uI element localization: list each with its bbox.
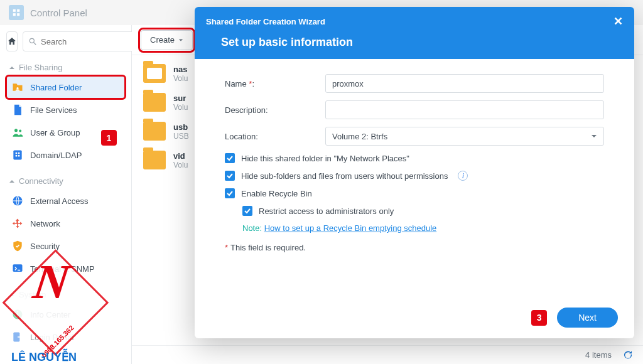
- svg-point-4: [30, 38, 34, 43]
- svg-point-8: [19, 130, 21, 132]
- wizard-name: Shared Folder Creation Wizard: [206, 17, 325, 26]
- file-services-icon: [11, 104, 24, 116]
- checkbox-checked-icon: [225, 171, 235, 181]
- sidebar-item-external-access[interactable]: External Access: [6, 190, 125, 212]
- name-label: Name *:: [225, 79, 325, 88]
- terminal-icon: [11, 262, 24, 275]
- description-label: Description:: [225, 105, 325, 115]
- login-portal-icon: [11, 331, 24, 343]
- svg-rect-12: [16, 155, 18, 157]
- chevron-up-icon: [9, 292, 15, 298]
- description-input[interactable]: [325, 100, 604, 119]
- checkbox-checked-icon: [225, 153, 235, 163]
- shared-folder-wizard-dialog: Shared Folder Creation Wizard ✕ Set up b…: [195, 7, 634, 338]
- svg-rect-15: [13, 264, 23, 272]
- sidebar-item-security[interactable]: Security: [6, 235, 125, 257]
- sidebar-item-label: Shared Folder: [30, 83, 82, 92]
- sidebar-group-connectivity[interactable]: Connectivity: [6, 171, 125, 190]
- checkbox-checked-icon: [242, 206, 252, 216]
- sidebar-group-system[interactable]: System: [6, 285, 125, 303]
- external-access-icon: [11, 195, 24, 207]
- annotation-callout-3: 3: [531, 310, 547, 326]
- folder-icon: [143, 64, 166, 83]
- close-dialog-icon[interactable]: ✕: [613, 14, 623, 28]
- shared-folder-icon: [11, 81, 24, 94]
- search-icon: [28, 37, 37, 46]
- recycle-bin-note: Note: How to set up a Recycle Bin emptyi…: [242, 223, 604, 233]
- svg-rect-13: [18, 155, 20, 157]
- chevron-down-icon: [591, 133, 597, 139]
- sidebar-item-login-portal[interactable]: Login Portal: [6, 326, 125, 348]
- domain-ldap-icon: [11, 149, 24, 161]
- svg-rect-10: [16, 153, 18, 154]
- folder-icon: [143, 151, 166, 169]
- svg-rect-2: [13, 13, 16, 16]
- chevron-down-icon: [178, 38, 183, 43]
- refresh-icon[interactable]: [623, 350, 633, 360]
- sidebar: File Sharing Shared Folder File Services…: [0, 25, 132, 364]
- svg-rect-3: [17, 13, 19, 16]
- home-button[interactable]: [6, 31, 18, 51]
- svg-point-7: [14, 129, 18, 132]
- svg-line-5: [34, 43, 36, 45]
- info-center-icon: [11, 308, 24, 321]
- checkbox-enable-recycle-bin[interactable]: Enable Recycle Bin: [225, 188, 604, 198]
- sidebar-item-label: Login Portal: [30, 333, 73, 342]
- sidebar-item-terminal-snmp[interactable]: Terminal & SNMP: [6, 257, 125, 280]
- sidebar-group-file-sharing[interactable]: File Sharing: [6, 58, 125, 76]
- svg-point-18: [17, 311, 18, 313]
- sidebar-item-label: Info Center: [30, 310, 70, 319]
- status-bar: 4 items: [132, 345, 643, 364]
- folder-icon: [143, 122, 166, 141]
- svg-rect-1: [17, 9, 19, 12]
- recycle-bin-schedule-link[interactable]: How to set up a Recycle Bin emptying sch…: [264, 223, 437, 233]
- svg-rect-9: [13, 151, 21, 160]
- sidebar-item-shared-folder[interactable]: Shared Folder: [6, 76, 125, 99]
- security-icon: [11, 240, 24, 252]
- sidebar-item-label: Domain/LDAP: [30, 151, 82, 160]
- location-select[interactable]: Volume 2: Btrfs: [325, 127, 604, 146]
- user-group-icon: [11, 126, 24, 139]
- name-input[interactable]: [325, 74, 604, 93]
- sidebar-item-network[interactable]: Network: [6, 212, 125, 235]
- sidebar-item-label: Terminal & SNMP: [30, 264, 95, 274]
- sidebar-item-info-center[interactable]: Info Center: [6, 303, 125, 326]
- create-button[interactable]: Create: [141, 30, 193, 50]
- sidebar-item-file-services[interactable]: File Services: [6, 99, 125, 121]
- svg-rect-17: [17, 313, 18, 317]
- wizard-step-title: Set up basic information: [206, 36, 623, 49]
- sidebar-item-label: User & Group: [30, 128, 80, 137]
- sidebar-item-label: External Access: [30, 196, 89, 206]
- checkbox-hide-network-places[interactable]: Hide this shared folder in "My Network P…: [225, 153, 604, 163]
- network-icon: [11, 217, 24, 230]
- annotation-callout-1: 1: [101, 130, 117, 146]
- chevron-up-icon: [9, 178, 15, 185]
- required-field-message: *This field is required.: [225, 243, 604, 252]
- sidebar-item-label: Network: [30, 219, 60, 228]
- next-button[interactable]: Next: [557, 308, 618, 328]
- svg-rect-0: [13, 9, 16, 12]
- window-title: Control Panel: [30, 8, 87, 18]
- sidebar-item-label: File Services: [30, 105, 77, 115]
- folder-icon: [143, 93, 166, 112]
- sidebar-item-domain-ldap[interactable]: Domain/LDAP: [6, 144, 125, 166]
- svg-point-6: [16, 87, 18, 89]
- item-count: 4 items: [585, 350, 612, 360]
- info-icon[interactable]: i: [458, 171, 468, 181]
- checkbox-restrict-admin[interactable]: Restrict access to administrators only: [242, 206, 604, 216]
- checkbox-checked-icon: [225, 188, 235, 198]
- checkbox-hide-subfolders[interactable]: Hide sub-folders and files from users wi…: [225, 171, 604, 181]
- location-label: Location:: [225, 132, 325, 141]
- control-panel-icon: [9, 5, 24, 20]
- svg-rect-11: [18, 153, 20, 154]
- sidebar-item-label: Security: [30, 242, 60, 251]
- chevron-up-icon: [9, 65, 15, 71]
